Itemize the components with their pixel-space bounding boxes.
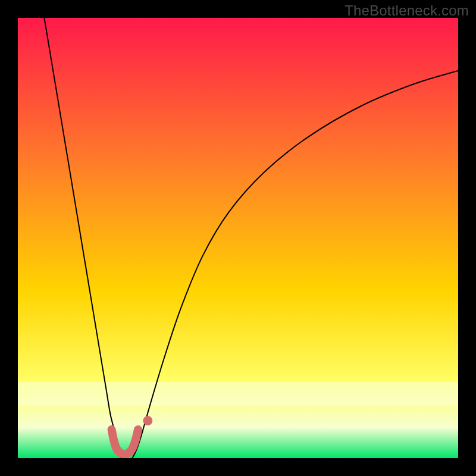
marker-dot (143, 416, 152, 425)
chart-frame: TheBottleneck.com (0, 0, 476, 476)
watermark-text: TheBottleneck.com (345, 2, 469, 19)
chart-svg (18, 18, 458, 458)
pale-band (18, 382, 458, 406)
plot-area (18, 18, 458, 458)
